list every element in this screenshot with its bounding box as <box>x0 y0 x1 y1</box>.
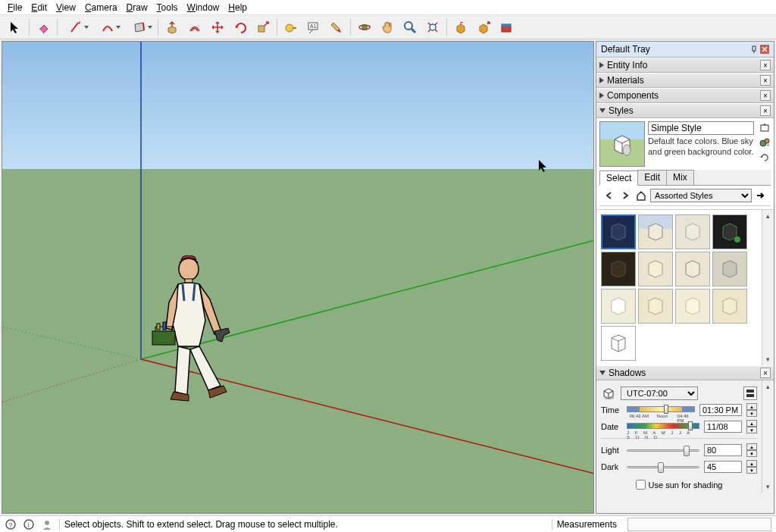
close-icon[interactable]: × <box>760 368 771 378</box>
rotate-tool[interactable] <box>230 17 251 37</box>
style-update-icon[interactable] <box>759 121 771 133</box>
light-input[interactable] <box>704 444 742 456</box>
dark-input[interactable] <box>704 461 742 473</box>
time-slider[interactable]: 06:42 AM Noon 04:46 PM <box>627 405 695 415</box>
panel-styles[interactable]: Styles × <box>596 103 774 118</box>
extension-warehouse-tool[interactable] <box>496 17 517 37</box>
light-spin-down[interactable]: ▼ <box>746 450 757 457</box>
measurements-input[interactable] <box>627 518 771 531</box>
menu-edit[interactable]: Edit <box>27 1 52 14</box>
text-tool[interactable]: A1 <box>303 17 324 37</box>
panel-materials[interactable]: Materials × <box>596 73 774 88</box>
date-input[interactable] <box>704 421 742 433</box>
offset-tool[interactable] <box>184 17 205 37</box>
style-preview-thumb[interactable] <box>599 121 645 167</box>
style-name-input[interactable] <box>648 121 754 135</box>
shadow-settings-icon[interactable] <box>743 386 757 400</box>
tab-select[interactable]: Select <box>599 171 638 186</box>
warehouse-get-tool[interactable] <box>450 17 471 37</box>
model-viewport[interactable] <box>2 41 594 514</box>
close-icon[interactable]: × <box>760 90 771 101</box>
date-spin-down[interactable]: ▼ <box>746 427 757 433</box>
sun-shading-checkbox[interactable] <box>636 480 646 490</box>
close-icon[interactable]: × <box>760 75 771 86</box>
style-thumb[interactable] <box>601 289 636 324</box>
menu-camera[interactable]: Camera <box>80 1 122 14</box>
style-thumb[interactable] <box>675 214 710 249</box>
tab-mix[interactable]: Mix <box>666 170 694 185</box>
rectangle-tool[interactable] <box>124 17 155 37</box>
menu-tools[interactable]: Tools <box>152 1 183 14</box>
style-refresh-icon[interactable] <box>759 152 771 164</box>
scale-tool[interactable] <box>252 17 274 37</box>
style-thumb[interactable] <box>675 289 710 324</box>
zoom-extents-tool[interactable] <box>422 17 443 37</box>
warehouse-share-tool[interactable] <box>473 17 494 37</box>
pushpull-tool[interactable] <box>161 17 183 37</box>
paint-tool[interactable] <box>326 17 347 37</box>
style-thumb[interactable] <box>601 326 636 361</box>
nav-forward-icon[interactable] <box>618 189 632 202</box>
help-icon[interactable]: ? <box>5 518 17 530</box>
thumbs-scrollbar[interactable]: ▴▾ <box>762 210 774 365</box>
style-thumb[interactable] <box>638 252 673 286</box>
tray-close-icon[interactable] <box>760 45 769 54</box>
menu-help[interactable]: Help <box>224 1 252 14</box>
style-thumb[interactable] <box>638 289 673 324</box>
dark-spin-up[interactable]: ▲ <box>746 460 757 467</box>
close-icon[interactable]: × <box>760 105 771 116</box>
pan-tool[interactable] <box>377 17 398 37</box>
svg-point-6 <box>405 22 412 30</box>
style-thumb[interactable] <box>712 252 747 286</box>
nav-back-icon[interactable] <box>602 189 616 202</box>
light-slider[interactable] <box>627 444 699 456</box>
tape-tool[interactable] <box>280 17 302 37</box>
panel-shadows[interactable]: Shadows × <box>596 365 774 380</box>
tray-pin-icon[interactable] <box>749 45 759 54</box>
panel-components[interactable]: Components × <box>596 88 774 103</box>
style-thumb[interactable] <box>675 252 710 286</box>
eraser-tool[interactable] <box>33 17 54 37</box>
style-create-icon[interactable]: + <box>759 136 771 149</box>
line-tool[interactable] <box>61 17 91 37</box>
svg-point-22 <box>623 145 630 155</box>
orbit-tool[interactable] <box>354 17 375 37</box>
menu-view[interactable]: View <box>52 1 80 14</box>
time-spin-down[interactable]: ▼ <box>746 410 757 417</box>
date-spin-up[interactable]: ▲ <box>746 420 757 427</box>
shadows-scrollbar[interactable]: ▴▾ <box>762 380 774 493</box>
time-spin-up[interactable]: ▲ <box>746 403 757 410</box>
panel-entity-info[interactable]: Entity Info × <box>596 58 774 73</box>
tab-edit[interactable]: Edit <box>637 170 667 185</box>
nav-home-icon[interactable] <box>634 189 648 202</box>
style-collection-select[interactable]: Assorted Styles <box>650 189 752 202</box>
svg-point-28 <box>604 396 615 399</box>
style-thumb[interactable] <box>712 289 747 324</box>
style-thumb[interactable] <box>601 252 636 286</box>
style-thumbnails <box>596 210 762 365</box>
svg-point-4 <box>361 24 368 30</box>
dark-spin-down[interactable]: ▼ <box>746 467 757 474</box>
dark-slider[interactable] <box>627 461 699 473</box>
arc-tool[interactable] <box>92 17 123 37</box>
time-input[interactable] <box>699 404 742 416</box>
measurements-label: Measurements <box>552 519 621 530</box>
info-icon[interactable]: i <box>23 518 35 530</box>
light-spin-up[interactable]: ▲ <box>746 443 757 450</box>
shadow-toggle-icon[interactable] <box>601 386 616 400</box>
details-icon[interactable] <box>754 189 768 202</box>
style-thumb[interactable] <box>638 214 673 249</box>
zoom-tool[interactable] <box>399 17 421 37</box>
style-thumb[interactable] <box>601 214 636 249</box>
move-tool[interactable] <box>207 17 228 37</box>
menu-file[interactable]: File <box>3 1 27 14</box>
date-slider[interactable]: J F M A M J J A S O N D <box>627 421 699 432</box>
select-tool[interactable] <box>5 17 26 37</box>
close-icon[interactable]: × <box>760 60 771 70</box>
tray-title-bar[interactable]: Default Tray <box>596 42 774 58</box>
menu-window[interactable]: Window <box>183 1 224 14</box>
person-icon[interactable] <box>41 518 53 530</box>
style-thumb[interactable] <box>712 214 747 249</box>
timezone-select[interactable]: UTC-07:00 <box>621 386 698 400</box>
menu-draw[interactable]: Draw <box>122 1 152 14</box>
